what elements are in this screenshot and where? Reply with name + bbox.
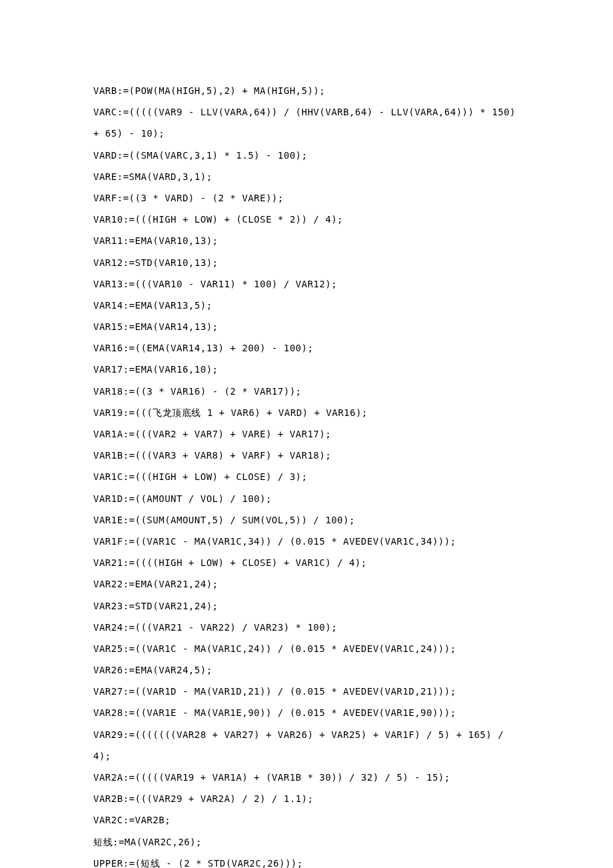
code-line: VAR21:=((((HIGH + LOW) + CLOSE) + VAR1C)… — [93, 552, 520, 573]
code-block: VARB:=(POW(MA(HIGH,5),2) + MA(HIGH,5));V… — [93, 80, 520, 868]
code-line: VARB:=(POW(MA(HIGH,5),2) + MA(HIGH,5)); — [93, 80, 520, 101]
code-line: VAR1E:=((SUM(AMOUNT,5) / SUM(VOL,5)) / 1… — [93, 509, 520, 531]
code-line: VAR13:=(((VAR10 - VAR11) * 100) / VAR12)… — [93, 273, 520, 295]
code-line: 短线:=MA(VAR2C,26); — [93, 831, 520, 853]
code-line: VAR15:=EMA(VAR14,13); — [93, 316, 520, 337]
code-line: VAR12:=STD(VAR10,13); — [93, 252, 520, 273]
code-line: VAR29:=(((((((VAR28 + VAR27) + VAR26) + … — [93, 724, 520, 767]
code-line: VAR1A:=(((VAR2 + VAR7) + VARE) + VAR17); — [93, 423, 520, 445]
code-line: VAR24:=(((VAR21 - VAR22) / VAR23) * 100)… — [93, 617, 520, 638]
code-line: VAR2B:=(((VAR29 + VAR2A) / 2) / 1.1); — [93, 788, 520, 809]
code-line: VAR25:=((VAR1C - MA(VAR1C,24)) / (0.015 … — [93, 638, 520, 659]
code-line: VAR28:=((VAR1E - MA(VAR1E,90)) / (0.015 … — [93, 702, 520, 723]
code-line: VAR16:=((EMA(VAR14,13) + 200) - 100); — [93, 337, 520, 359]
code-line: VAR1C:=(((HIGH + LOW) + CLOSE) / 3); — [93, 466, 520, 487]
code-line: VAR1D:=((AMOUNT / VOL) / 100); — [93, 488, 520, 509]
code-line: VARD:=((SMA(VARC,3,1) * 1.5) - 100); — [93, 145, 520, 166]
code-line: VAR19:=(((飞龙顶底线 1 + VAR6) + VARD) + VAR1… — [93, 402, 520, 423]
code-line: VAR1F:=((VAR1C - MA(VAR1C,34)) / (0.015 … — [93, 531, 520, 552]
code-line: VARE:=SMA(VARD,3,1); — [93, 166, 520, 187]
code-line: UPPER:=(短线 - (2 * STD(VAR2C,26))); — [93, 853, 520, 868]
code-line: VAR27:=((VAR1D - MA(VAR1D,21)) / (0.015 … — [93, 681, 520, 702]
code-line: VAR18:=((3 * VAR16) - (2 * VAR17)); — [93, 381, 520, 402]
code-line: VAR23:=STD(VAR21,24); — [93, 595, 520, 617]
code-line: VARF:=((3 * VARD) - (2 * VARE)); — [93, 187, 520, 209]
code-line: VAR10:=(((HIGH + LOW) + (CLOSE * 2)) / 4… — [93, 209, 520, 230]
code-line: VAR17:=EMA(VAR16,10); — [93, 359, 520, 380]
code-line: VAR2A:=(((((VAR19 + VAR1A) + (VAR1B * 30… — [93, 767, 520, 788]
code-line: VAR22:=EMA(VAR21,24); — [93, 573, 520, 595]
code-line: VAR2C:=VAR2B; — [93, 809, 520, 831]
code-line: VARC:=(((((VAR9 - LLV(VARA,64)) / (HHV(V… — [93, 101, 520, 144]
code-line: VAR1B:=(((VAR3 + VAR8) + VARF) + VAR18); — [93, 445, 520, 466]
code-line: VAR26:=EMA(VAR24,5); — [93, 659, 520, 681]
code-line: VAR11:=EMA(VAR10,13); — [93, 230, 520, 251]
code-line: VAR14:=EMA(VAR13,5); — [93, 295, 520, 316]
